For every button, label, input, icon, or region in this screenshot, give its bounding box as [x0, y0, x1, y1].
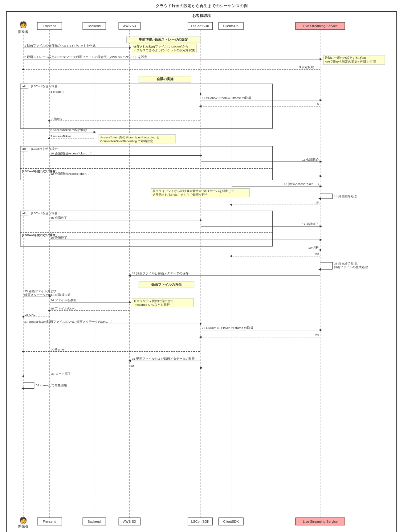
actor-top-dev: 🧑 — [19, 21, 27, 28]
msg19-text: 19 切断 — [308, 246, 319, 249]
msg13-text: 13 接続(AccessToken, ...) — [284, 182, 319, 186]
label-bot-dev: 開発者 — [18, 524, 28, 528]
msg27-text: 27 createPlayer(動画ファイルのURL, 録画メタデータのURL,… — [24, 320, 112, 323]
msg33-text: 33 ロード完了 — [51, 372, 71, 375]
msg20-text: 20 — [315, 252, 319, 256]
alt-cond3: [LSConfを使う場合] — [31, 211, 59, 215]
msg23-text1: 23 録画ファイルおよび — [24, 289, 57, 293]
note1-text: 保存された動画ファイルに LSConf から — [133, 45, 189, 48]
label-bot-lss: Live Streaming Service — [303, 520, 338, 523]
label-bot-client: ClientSDK — [223, 520, 239, 523]
note2-text: 最初に一度だけ設定すればOK — [325, 56, 366, 59]
note5-text: セキュリティ要件に合わせて — [133, 299, 173, 303]
msg23-text2: 録画メタデータのURLの取得依頼 — [24, 293, 71, 297]
msg21-text: 21 録画終了処理, — [334, 262, 358, 265]
msg5-text: 5 LSConf の Room の iframe の取得 — [202, 96, 251, 100]
section-prep-label: 事前準備: 録画ストレージの設定 — [139, 38, 188, 41]
msg34-text: 34 iframe上で再生開始 — [36, 383, 67, 387]
label-bot-backend: Backend — [88, 520, 101, 523]
msg4-text: 4 create() — [51, 90, 64, 93]
section-meeting-label: 会議の実施 — [156, 77, 174, 81]
msg11-text: 11 会議開始 — [302, 158, 319, 161]
note4-text2: 送受信されるため、そちらで録画を行う — [153, 193, 208, 196]
label-bot-frontend: Frontend — [43, 520, 56, 523]
alt-cond2: [LSConfを使う場合] — [31, 147, 59, 150]
msg8-text: 8 AccessToken の発行依頼 — [51, 128, 87, 132]
msg29-text: 29 — [315, 333, 319, 337]
label-top-dev: 開発者 — [18, 30, 28, 34]
section-play-label: 録画ファイルの再生 — [151, 283, 182, 286]
msg21-text2: 録画ファイルの生成処理 — [334, 265, 368, 269]
env-label: お客様環境 — [192, 14, 211, 18]
msg9-text: 9 AccessToken — [51, 134, 71, 138]
msg2-text: 2 録画ストレージ設定の REST API で録画ファイルの保存先（AWS S3… — [24, 55, 147, 59]
note4-text: 各クライアントからの映像や音声が SFU サーバを経由して — [153, 189, 234, 193]
label-bot-lsconf: LSConfSDK — [191, 520, 210, 523]
msg7-text: 7 iframe — [51, 117, 62, 120]
msg3-text: 3 設定反映 — [299, 65, 314, 69]
msg15-text: 15 — [315, 201, 319, 204]
label-top-lss: Live Streaming Service — [303, 24, 338, 28]
msg24-text: 24 ファイルを参照 — [51, 298, 76, 302]
note3-text: AccessToken 内の RoomSpecRecording と — [100, 136, 160, 139]
note1-text2: アクセスできるようにバケットの設定を変更 — [133, 48, 195, 52]
msg6-text: 6 — [317, 102, 319, 106]
label-top-backend: Backend — [88, 24, 101, 28]
note2-text2: APIで後から設定の変更や削除も可能 — [325, 60, 376, 63]
alt-cond1: [LSConfを使う場合] — [31, 84, 59, 88]
msg18-text: 18 会議終了 — [51, 236, 67, 239]
label-top-client: ClientSDK — [223, 24, 239, 28]
svg-rect-0 — [6, 11, 397, 532]
page-title: クラウド録画の設定から再生までのシーケンスの例 — [6, 3, 397, 9]
label-top-lsconf: LSConfSDK — [191, 24, 210, 28]
label-bot-s3: AWS S3 — [123, 520, 136, 523]
msg22-text: 22 録画ファイルと録画メタデータの保存 — [132, 272, 189, 275]
msg16-text: 16 会議終了 — [51, 216, 67, 219]
note3-text2: ConnectionSpecRecording で録画設定 — [100, 139, 153, 143]
msg1-text: 1 録画ファイルの保存先の AWS S3 バケットを作成 — [24, 44, 96, 47]
alt-label1: alt — [22, 85, 26, 88]
alt-label3: alt — [22, 212, 26, 215]
msg31-text: 31 動画ファイルおよび録画メタデータの取得 — [132, 357, 195, 360]
page-container: クラウド録画の設定から再生までのシーケンスの例 お客様環境 🧑 開発者 Fron… — [0, 0, 403, 532]
alt-label2: alt — [22, 147, 26, 150]
msg12-text: 12 会議開始(AccessToken, ...) — [51, 172, 92, 176]
msg26-text: 26 URL — [25, 313, 35, 316]
msg25-text: 25 ファイルのURL — [51, 307, 76, 310]
sequence-diagram: お客様環境 🧑 開発者 Frontend Backend AWS S3 LSCo… — [6, 11, 397, 532]
msg32-text: 32 — [130, 364, 134, 367]
label-top-frontend: Frontend — [43, 24, 56, 28]
msg17-text: 17 会議終了 — [302, 222, 319, 226]
msg30-text: 30 iframe — [51, 348, 64, 351]
note5-text2: Presigned URLなどを発行 — [133, 303, 170, 306]
msg14-text: 14 録画開始処理 — [334, 194, 357, 198]
msg10-text: 10 会議開始(AccessToken, ...) — [51, 152, 92, 155]
msg28-text: 28 LSConf の Player の iframe の取得 — [202, 326, 253, 329]
label-top-s3: AWS S3 — [123, 24, 136, 28]
